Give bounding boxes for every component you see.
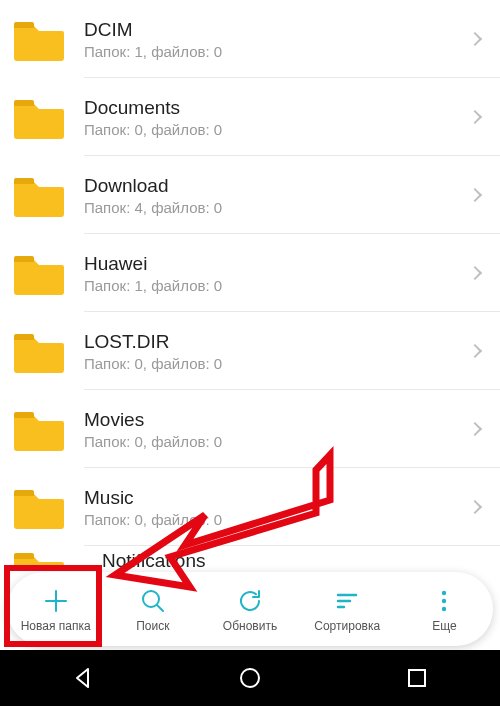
chevron-right-icon (468, 110, 482, 124)
svg-point-2 (442, 598, 446, 602)
chevron-right-icon (468, 188, 482, 202)
folder-row[interactable]: Documents Папок: 0, файлов: 0 (0, 78, 500, 156)
svg-point-1 (442, 590, 446, 594)
folder-text: LOST.DIR Папок: 0, файлов: 0 (84, 331, 470, 372)
folder-icon (12, 480, 66, 534)
folder-icon (12, 324, 66, 378)
sort-icon (332, 586, 362, 616)
folder-icon (12, 246, 66, 300)
folder-icon (12, 12, 66, 66)
more-button[interactable]: Еще (396, 572, 493, 646)
svg-point-3 (442, 606, 446, 610)
folder-row[interactable]: LOST.DIR Папок: 0, файлов: 0 (0, 312, 500, 390)
search-button[interactable]: Поиск (104, 572, 201, 646)
refresh-button[interactable]: Обновить (201, 572, 298, 646)
chevron-right-icon (468, 500, 482, 514)
folder-row[interactable]: Music Папок: 0, файлов: 0 (0, 468, 500, 546)
folder-text: Music Папок: 0, файлов: 0 (84, 487, 470, 528)
nav-home-button[interactable] (237, 665, 263, 691)
more-icon (429, 586, 459, 616)
chevron-right-icon (468, 344, 482, 358)
chevron-right-icon (468, 266, 482, 280)
folder-sub: Папок: 1, файлов: 0 (84, 43, 470, 60)
folder-text: Movies Папок: 0, файлов: 0 (84, 409, 470, 450)
toolbar-wrap: Новая папка Поиск Обновить Сортировка Ещ (0, 568, 500, 650)
sort-button[interactable]: Сортировка (299, 572, 396, 646)
folder-sub: Папок: 4, файлов: 0 (84, 199, 470, 216)
new-folder-button[interactable]: Новая папка (7, 572, 104, 646)
android-navbar (0, 650, 500, 706)
folder-name: Huawei (84, 253, 470, 275)
folder-text: DCIM Папок: 1, файлов: 0 (84, 19, 470, 60)
folder-name: Download (84, 175, 470, 197)
search-icon (138, 586, 168, 616)
plus-icon (41, 586, 71, 616)
folder-row[interactable]: Movies Папок: 0, файлов: 0 (0, 390, 500, 468)
refresh-icon (235, 586, 265, 616)
folder-text: Huawei Папок: 1, файлов: 0 (84, 253, 470, 294)
folder-icon (12, 168, 66, 222)
folder-row[interactable]: Huawei Папок: 1, файлов: 0 (0, 234, 500, 312)
folder-sub: Папок: 0, файлов: 0 (84, 511, 470, 528)
bottom-toolbar: Новая папка Поиск Обновить Сортировка Ещ (7, 572, 493, 646)
svg-rect-5 (409, 670, 425, 686)
folder-row[interactable]: DCIM Папок: 1, файлов: 0 (0, 0, 500, 78)
tool-label: Еще (432, 619, 456, 633)
folder-name: LOST.DIR (84, 331, 470, 353)
folder-sub: Папок: 0, файлов: 0 (84, 121, 470, 138)
svg-point-4 (241, 669, 259, 687)
folder-list: DCIM Папок: 1, файлов: 0 Documents Папок… (0, 0, 500, 546)
tool-label: Новая папка (21, 619, 91, 633)
chevron-right-icon (468, 422, 482, 436)
folder-text: Documents Папок: 0, файлов: 0 (84, 97, 470, 138)
tool-label: Сортировка (314, 619, 380, 633)
tool-label: Поиск (136, 619, 169, 633)
folder-icon (12, 90, 66, 144)
folder-sub: Папок: 0, файлов: 0 (84, 355, 470, 372)
folder-sub: Папок: 1, файлов: 0 (84, 277, 470, 294)
folder-row[interactable]: Download Папок: 4, файлов: 0 (0, 156, 500, 234)
folder-name: Music (84, 487, 470, 509)
nav-recent-button[interactable] (404, 665, 430, 691)
folder-name: Movies (84, 409, 470, 431)
folder-name: DCIM (84, 19, 470, 41)
tool-label: Обновить (223, 619, 277, 633)
folder-sub: Папок: 0, файлов: 0 (84, 433, 470, 450)
folder-icon (12, 402, 66, 456)
folder-name: Documents (84, 97, 470, 119)
nav-back-button[interactable] (70, 665, 96, 691)
chevron-right-icon (468, 32, 482, 46)
folder-text: Download Папок: 4, файлов: 0 (84, 175, 470, 216)
